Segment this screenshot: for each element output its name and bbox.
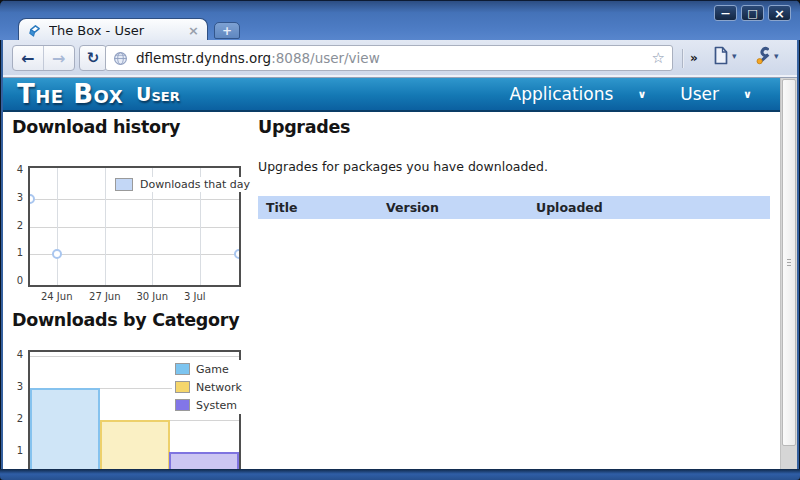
- forward-button[interactable]: →: [44, 46, 75, 70]
- address-bar[interactable]: dflemstr.dyndns.org:8088/user/view ☆: [105, 45, 673, 71]
- url-text: dflemstr.dyndns.org:8088/user/view: [136, 50, 380, 66]
- site-banner: The Box User Applications ∨ User ∨: [3, 78, 780, 112]
- download-history-chart: Downloads that day 0123424 Jun27 Jun30 J…: [3, 152, 253, 310]
- downloads-by-category-heading: Downloads by Category: [12, 310, 239, 330]
- tab-close-icon[interactable]: ×: [188, 24, 199, 37]
- x-tick-label: 24 Jun: [41, 291, 73, 302]
- download-history-heading: Download history: [12, 117, 180, 137]
- banner-menus: Applications ∨ User ∨: [476, 84, 766, 104]
- y-tick-label: 3: [3, 192, 23, 203]
- tab-favicon-box-icon: [27, 23, 42, 38]
- browser-toolbar: ← → ↻ dflemstr.dyndns.org:8088/user/view…: [3, 40, 797, 78]
- globe-icon: [113, 51, 128, 66]
- nav-buttons: ← →: [12, 45, 75, 71]
- maximize-button[interactable]: □: [741, 5, 764, 21]
- legend-swatch: [175, 381, 190, 393]
- site-logo: The Box: [17, 81, 123, 107]
- window-bottom-border: [0, 469, 800, 480]
- vertical-scrollbar[interactable]: [780, 78, 797, 469]
- titlebar[interactable]: The Box - User × + — □ ×: [0, 0, 800, 40]
- legend-swatch: [175, 399, 190, 411]
- column-header-title: Title: [258, 200, 378, 215]
- y-tick-label: 2: [3, 413, 23, 424]
- chevron-down-icon: ∨: [743, 88, 752, 101]
- reload-button[interactable]: ↻: [79, 45, 107, 71]
- legend-row-system: System: [172, 396, 245, 414]
- wrench-icon: [752, 46, 771, 65]
- legend-swatch: [115, 178, 133, 191]
- column-header-version: Version: [378, 200, 528, 215]
- wrench-menu-arrow-icon: ▾: [774, 51, 779, 61]
- x-tick-label: 3 Jul: [184, 291, 206, 302]
- y-tick-label: 0: [3, 275, 23, 286]
- download-history-chart-frame: Downloads that day: [28, 166, 241, 287]
- close-button[interactable]: ×: [768, 5, 791, 21]
- bar-game: [30, 388, 100, 469]
- site-logo-section: User: [136, 85, 180, 104]
- legend-label: Network: [196, 381, 242, 394]
- gridline: [30, 356, 239, 357]
- x-tick-label: 30 Jun: [136, 291, 168, 302]
- data-point-marker: [30, 194, 35, 204]
- x-tick-label: 27 Jun: [89, 291, 121, 302]
- legend-swatch: [175, 363, 190, 375]
- legend-label: Game: [196, 363, 229, 376]
- page-viewport: The Box User Applications ∨ User ∨ Downl…: [3, 78, 780, 469]
- y-tick-label: 1: [3, 445, 23, 456]
- y-tick-label: 4: [3, 164, 23, 175]
- downloads-by-category-chart: GameNetworkSystem 1234: [3, 345, 253, 467]
- scrollbar-grip: [787, 259, 791, 268]
- wrench-menu-button[interactable]: ▾: [752, 46, 779, 65]
- browser-window: The Box - User × + — □ × ← → ↻ df: [0, 0, 800, 480]
- menu-applications[interactable]: Applications ∨: [510, 84, 647, 104]
- y-tick-label: 4: [3, 349, 23, 360]
- menu-user[interactable]: User ∨: [680, 84, 752, 104]
- minimize-button[interactable]: —: [714, 5, 737, 21]
- chevron-down-icon: ∨: [637, 88, 646, 101]
- y-tick-label: 2: [3, 220, 23, 231]
- upgrades-table: Title Version Uploaded: [258, 196, 770, 219]
- legend-label: Downloads that day: [140, 178, 250, 191]
- bookmark-star-icon[interactable]: ☆: [652, 51, 665, 66]
- upgrades-table-header: Title Version Uploaded: [258, 196, 770, 219]
- category-chart-frame: GameNetworkSystem: [28, 350, 241, 469]
- bar-system: [169, 452, 239, 469]
- page-menu-button[interactable]: ▾: [713, 46, 737, 65]
- tab-the-box-user[interactable]: The Box - User ×: [18, 18, 208, 41]
- upgrades-heading: Upgrades: [258, 117, 350, 137]
- url-host: dflemstr.dyndns.org: [136, 50, 271, 66]
- new-tab-button[interactable]: +: [214, 22, 240, 39]
- menu-applications-label: Applications: [510, 84, 614, 104]
- page-content: Download history Upgrades Upgrades for p…: [3, 112, 780, 467]
- gridline: [57, 168, 58, 285]
- column-header-uploaded: Uploaded: [528, 200, 770, 215]
- overflow-chevron-icon[interactable]: »: [690, 51, 697, 65]
- gridline: [105, 168, 106, 285]
- page-menu-arrow-icon: ▾: [732, 51, 737, 61]
- back-button[interactable]: ←: [13, 46, 44, 70]
- url-path: :8088/user/view: [271, 50, 380, 66]
- bar-network: [100, 420, 170, 469]
- page-icon: [713, 46, 729, 65]
- window-controls: — □ ×: [714, 5, 791, 21]
- data-point-marker: [52, 249, 62, 259]
- gridline: [30, 199, 239, 200]
- toolbar-separator: [682, 49, 683, 68]
- scrollbar-thumb[interactable]: [782, 79, 796, 446]
- category-chart-legend: GameNetworkSystem: [172, 360, 245, 414]
- gridline: [30, 227, 239, 228]
- legend-row-game: Game: [172, 360, 245, 378]
- y-tick-label: 3: [3, 381, 23, 392]
- upgrades-description: Upgrades for packages you have downloade…: [258, 159, 548, 174]
- download-history-legend: Downloads that day: [113, 177, 252, 192]
- legend-row-network: Network: [172, 378, 245, 396]
- data-point-marker: [234, 249, 239, 259]
- menu-user-label: User: [680, 84, 719, 104]
- y-tick-label: 1: [3, 247, 23, 258]
- legend-label: System: [196, 399, 237, 412]
- tab-title: The Box - User: [49, 23, 188, 38]
